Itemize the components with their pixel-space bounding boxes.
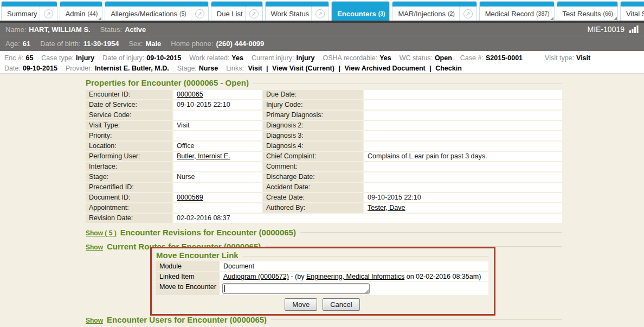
chart-stats-icon[interactable] xyxy=(629,25,639,34)
performing-user-link[interactable]: Butler, Internist E. xyxy=(177,152,230,160)
link-visit[interactable]: Visit xyxy=(248,65,262,72)
jump-icon[interactable]: ↗ xyxy=(459,7,476,21)
prop-value: 09-10-2015 22:10 xyxy=(364,193,562,202)
prop-label: Document ID: xyxy=(86,193,172,202)
tab-medical-record[interactable]: Medical Record (387) xyxy=(479,1,555,21)
tab-count: (3) xyxy=(378,10,390,17)
tab-mar-injections[interactable]: MAR/Injections (2) ↗ xyxy=(392,1,476,21)
linked-item-text: on 02-02-2016 08:35am) xyxy=(404,273,481,280)
tab-allergies-medications[interactable]: Allergies/Medications (5) ↗ xyxy=(105,1,209,21)
authored-by-link[interactable]: Tester, Dave xyxy=(368,204,405,211)
prop-label: Priority: xyxy=(86,131,172,140)
prop-value xyxy=(173,203,262,213)
case-num-label: Case #: xyxy=(460,54,484,62)
tab-label: MAR/Injections xyxy=(392,10,447,18)
tab-vital-signs[interactable]: Vital Signs ↗ xyxy=(620,1,644,21)
author-user-link[interactable]: Engineering, Medical Informatics xyxy=(306,273,404,280)
tab-summary[interactable]: Summary ↗ xyxy=(1,1,57,21)
link-view-archived-document[interactable]: View Archived Document xyxy=(344,65,425,72)
tab-admin[interactable]: Admin (44) xyxy=(60,1,103,21)
name-label: Name: xyxy=(5,25,26,34)
move-button[interactable]: Move xyxy=(285,298,317,311)
page-title: Properties for Encounter (0000065 - Open… xyxy=(86,78,249,87)
link-separator: | xyxy=(338,65,340,72)
encounter-properties-table: Encounter ID: 0000065 Due Date: Date of … xyxy=(86,90,562,223)
prop-label: Date of Service: xyxy=(86,100,172,110)
prop-label: Authored By: xyxy=(263,203,363,213)
cancel-button[interactable]: Cancel xyxy=(323,298,359,311)
link-view-visit-current[interactable]: View Visit (Current) xyxy=(272,65,334,72)
prop-label: Encounter ID: xyxy=(86,90,172,99)
jump-icon[interactable]: ↗ xyxy=(40,7,57,21)
tab-encounters[interactable]: Encounters (3) xyxy=(331,1,390,21)
date-label: Date: xyxy=(4,65,21,72)
text-caret xyxy=(224,285,225,292)
revision-date-value: 02-02-2016 08:37 xyxy=(173,214,562,223)
sex-value: Male xyxy=(145,40,161,48)
show-users-link[interactable]: Show xyxy=(86,317,103,324)
module-label: Module xyxy=(156,261,219,271)
patient-name: HART, WILLIAM S. xyxy=(29,25,90,34)
jump-icon[interactable]: ↗ xyxy=(191,7,208,21)
wc-status-value: Open xyxy=(435,54,452,62)
prop-label: Diagnosis 4: xyxy=(263,142,363,151)
linked-item-value: Audiogram (0000572) - (by Engineering, M… xyxy=(220,272,488,281)
enc-num-value: 65 xyxy=(25,54,33,62)
tab-label: Summary xyxy=(2,10,40,18)
visit-type-label: Visit type: xyxy=(545,54,574,62)
prop-value: Nurse xyxy=(173,172,262,182)
prop-value: 0000569 xyxy=(173,193,262,202)
phone-value: (260) 444-0099 xyxy=(216,40,264,48)
tab-label: Admin xyxy=(60,10,88,18)
audiogram-document-link[interactable]: Audiogram (0000572) xyxy=(223,273,289,280)
move-to-encounter-input[interactable] xyxy=(222,283,370,294)
tab-count: (2) xyxy=(448,10,459,17)
patient-status: Active xyxy=(125,25,146,34)
tab-accent xyxy=(105,2,208,7)
prop-value xyxy=(173,183,262,192)
prop-value xyxy=(364,121,562,130)
prop-value xyxy=(364,100,562,110)
move-to-encounter-label: Move to Encounter xyxy=(156,282,219,295)
tab-accent xyxy=(557,2,618,7)
prop-label: Appointment: xyxy=(86,203,172,213)
tab-label: Medical Record xyxy=(480,10,536,18)
revisions-section-title: Encounter Revisions for Encounter (00000… xyxy=(120,228,296,237)
prop-value xyxy=(364,172,562,182)
prop-label: Accident Date: xyxy=(263,183,363,192)
prop-label: Primary Diagnosis: xyxy=(263,111,363,120)
work-related-value: Yes xyxy=(231,54,243,62)
prop-label: Due Date: xyxy=(263,90,363,99)
prop-label: Injury Code: xyxy=(263,100,363,110)
show-revisions-link[interactable]: Show ( 5 ) xyxy=(86,229,117,237)
prop-value xyxy=(364,142,562,151)
tab-label: Vital Signs xyxy=(621,10,644,18)
date-of-injury-label: Date of injury: xyxy=(102,54,144,62)
prop-value: Visit xyxy=(173,121,262,130)
encounter-info-band: Enc #:65 Case type:Injury Date of injury… xyxy=(0,51,644,74)
tab-test-results[interactable]: Test Results (66) xyxy=(557,1,619,21)
show-routes-link[interactable]: Show xyxy=(86,243,103,251)
tab-work-status[interactable]: Work Status ↗ xyxy=(265,1,330,21)
age-value: 61 xyxy=(23,40,30,48)
encounter-id-link[interactable]: 0000065 xyxy=(177,91,203,98)
document-id-link[interactable]: 0000569 xyxy=(177,194,203,201)
links-label: Links: xyxy=(226,65,244,72)
link-separator: | xyxy=(266,65,268,72)
encounter-info-row-2: Date:09-10-2015 Provider:Internist E. Bu… xyxy=(4,63,640,73)
jump-icon[interactable]: ↗ xyxy=(245,7,262,21)
tab-due-list[interactable]: Due List ↗ xyxy=(211,1,263,21)
tab-count: (66) xyxy=(603,10,617,17)
current-injury-label: Current injury: xyxy=(252,54,294,62)
prop-label: Service Code: xyxy=(86,111,172,120)
link-checkin[interactable]: Checkin xyxy=(435,65,462,72)
jump-icon[interactable]: ↗ xyxy=(311,7,329,21)
prop-value xyxy=(364,162,562,171)
tab-accent xyxy=(392,2,476,7)
prop-value: 0000065 xyxy=(173,90,262,99)
users-section-header: Show Encounter Users for Encounter (0000… xyxy=(86,315,562,324)
prop-label: Create Date: xyxy=(263,193,363,202)
chief-complaint-value: Complains of L ear pain for past 3 days. xyxy=(364,152,562,161)
tab-label: Allergies/Medications xyxy=(105,10,179,18)
main-content: Properties for Encounter (0000065 - Open… xyxy=(0,74,644,327)
